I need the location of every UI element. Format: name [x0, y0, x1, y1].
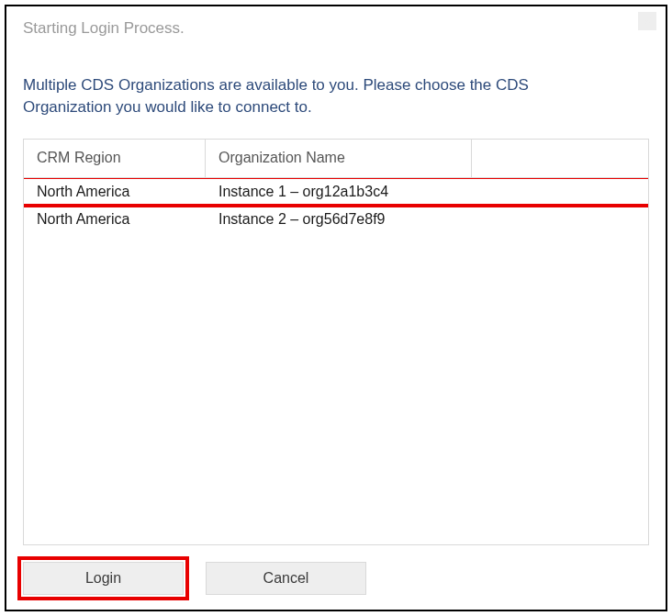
- cell-extra: [472, 218, 648, 221]
- dialog-title: Starting Login Process.: [23, 16, 185, 38]
- table-header: CRM Region Organization Name: [24, 140, 648, 178]
- cancel-button[interactable]: Cancel: [206, 562, 366, 595]
- org-table: CRM Region Organization Name North Ameri…: [23, 139, 649, 545]
- dialog-description: Multiple CDS Organizations are available…: [23, 74, 649, 118]
- table-row[interactable]: North AmericaInstance 2 – org56d7e8f9: [24, 206, 648, 233]
- cell-extra: [472, 190, 648, 194]
- table-row[interactable]: North AmericaInstance 1 – org12a1b3c4: [24, 178, 648, 206]
- cell-org: Instance 2 – org56d7e8f9: [206, 209, 472, 230]
- cancel-button-wrap: Cancel: [206, 562, 366, 595]
- header-extra: [472, 140, 648, 177]
- login-button[interactable]: Login: [23, 562, 184, 595]
- header-crm-region[interactable]: CRM Region: [24, 140, 206, 177]
- header-org-name[interactable]: Organization Name: [206, 140, 472, 177]
- table-body: North AmericaInstance 1 – org12a1b3c4Nor…: [24, 178, 648, 544]
- cell-region: North America: [24, 209, 206, 230]
- cell-region: North America: [24, 182, 206, 202]
- login-button-wrap: Login: [23, 562, 184, 595]
- titlebar: Starting Login Process. ✕: [23, 16, 649, 45]
- cell-org: Instance 1 – org12a1b3c4: [206, 182, 472, 202]
- login-dialog: Starting Login Process. ✕ Multiple CDS O…: [5, 5, 667, 611]
- close-icon[interactable]: ✕: [638, 12, 656, 30]
- button-bar: Login Cancel: [23, 562, 649, 595]
